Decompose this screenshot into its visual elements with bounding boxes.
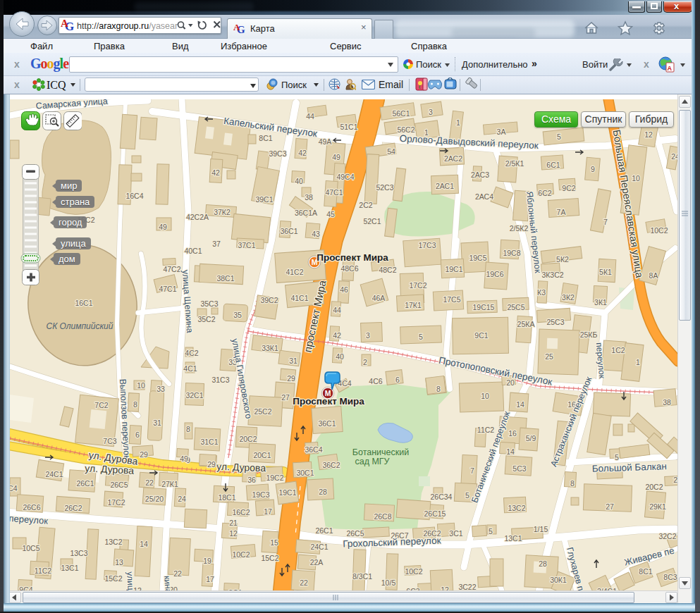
svg-text:4С2: 4С2 — [185, 349, 198, 357]
svg-text:17: 17 — [206, 575, 214, 583]
svg-text:51С1: 51С1 — [340, 123, 357, 131]
svg-text:38: 38 — [305, 193, 313, 202]
svg-text:36: 36 — [247, 476, 256, 484]
svg-text:8/3С1: 8/3С1 — [352, 572, 372, 581]
svg-text:20С1: 20С1 — [253, 451, 271, 459]
svg-text:47С1: 47С1 — [325, 188, 343, 197]
svg-text:13С1: 13С1 — [504, 534, 522, 543]
svg-text:10С5: 10С5 — [22, 544, 39, 552]
svg-text:Проспект Мира: Проспект Мира — [293, 396, 364, 407]
svg-text:19С6: 19С6 — [486, 270, 503, 278]
svg-text:5: 5 — [465, 491, 469, 500]
svg-text:52С1: 52С1 — [363, 217, 381, 225]
svg-text:25КА: 25КА — [517, 320, 535, 328]
svg-text:3К3С2: 3К3С2 — [541, 271, 563, 279]
svg-text:31: 31 — [153, 419, 161, 427]
svg-text:40: 40 — [295, 177, 303, 185]
svg-text:27: 27 — [606, 502, 614, 511]
svg-text:13С2: 13С2 — [104, 538, 122, 546]
svg-text:сад МГУ: сад МГУ — [355, 457, 389, 466]
svg-text:3А: 3А — [497, 128, 506, 136]
svg-text:5С3: 5С3 — [512, 464, 526, 473]
svg-text:24С1: 24С1 — [45, 470, 63, 478]
svg-text:5К1: 5К1 — [599, 268, 612, 276]
svg-text:42С2А: 42С2А — [186, 213, 209, 221]
svg-text:43: 43 — [312, 230, 320, 238]
svg-text:36С1А: 36С1А — [295, 209, 317, 217]
svg-text:49: 49 — [180, 454, 188, 463]
svg-text:19С15: 19С15 — [473, 303, 495, 311]
svg-text:3: 3 — [366, 331, 370, 340]
svg-text:29К1: 29К1 — [649, 502, 666, 511]
svg-text:13С3: 13С3 — [70, 549, 87, 557]
svg-text:21: 21 — [229, 519, 238, 527]
svg-text:12: 12 — [229, 529, 238, 538]
svg-text:40: 40 — [336, 352, 344, 361]
svg-text:9С4: 9С4 — [19, 586, 32, 590]
svg-text:28: 28 — [319, 488, 327, 496]
svg-text:2/5К2: 2/5К2 — [510, 224, 529, 233]
svg-text:25КБ: 25КБ — [580, 330, 598, 339]
svg-text:1: 1 — [636, 358, 640, 366]
svg-text:улица: улица — [125, 571, 136, 590]
svg-text:46А: 46А — [372, 294, 386, 302]
svg-text:6: 6 — [135, 431, 140, 439]
svg-text:16С2: 16С2 — [232, 508, 250, 516]
svg-text:17С2: 17С2 — [107, 498, 125, 507]
svg-text:17С5: 17С5 — [443, 295, 460, 304]
svg-text:22: 22 — [145, 478, 154, 487]
svg-text:2АС2: 2АС2 — [444, 154, 462, 163]
svg-text:35: 35 — [233, 311, 242, 319]
svg-text:4С1: 4С1 — [183, 364, 197, 373]
svg-text:49А: 49А — [319, 137, 332, 146]
svg-text:13С2: 13С2 — [508, 504, 525, 512]
svg-text:31С3: 31С3 — [211, 376, 229, 384]
svg-text:26С5: 26С5 — [110, 481, 128, 489]
svg-text:29: 29 — [140, 450, 148, 459]
svg-text:8: 8 — [570, 479, 575, 488]
svg-text:31: 31 — [289, 357, 297, 365]
svg-text:7С2: 7С2 — [94, 401, 108, 409]
svg-text:19: 19 — [203, 557, 211, 565]
svg-text:25: 25 — [545, 352, 553, 361]
svg-text:10С2: 10С2 — [650, 226, 668, 235]
svg-text:6С2: 6С2 — [538, 189, 551, 197]
svg-text:11С2: 11С2 — [35, 566, 51, 575]
svg-text:32С2: 32С2 — [658, 532, 676, 540]
svg-text:27: 27 — [281, 393, 290, 402]
svg-text:28: 28 — [539, 559, 547, 568]
svg-text:41С2: 41С2 — [285, 268, 303, 276]
svg-text:37К2: 37К2 — [214, 208, 231, 216]
svg-text:6: 6 — [395, 376, 400, 384]
svg-text:39С2: 39С2 — [260, 296, 278, 304]
svg-text:14: 14 — [516, 400, 524, 409]
svg-text:19С2: 19С2 — [266, 473, 283, 482]
svg-text:8А: 8А — [649, 271, 658, 280]
svg-text:2/5К1: 2/5К1 — [505, 159, 524, 168]
svg-text:Ботанический: Ботанический — [352, 447, 409, 457]
svg-text:44: 44 — [306, 112, 314, 120]
svg-text:30С1: 30С1 — [296, 469, 314, 477]
svg-text:1С2: 1С2 — [611, 346, 625, 354]
svg-text:26С34: 26С34 — [431, 493, 453, 501]
svg-text:3С1: 3С1 — [449, 529, 462, 538]
svg-text:39С1: 39С1 — [255, 195, 273, 204]
svg-text:4С6: 4С6 — [369, 377, 382, 385]
svg-text:A: A — [233, 23, 240, 32]
svg-text:8: 8 — [436, 385, 441, 393]
svg-text:15С2: 15С2 — [104, 574, 122, 583]
svg-text:3К2: 3К2 — [562, 293, 575, 302]
svg-text:17К1: 17К1 — [405, 301, 422, 309]
svg-text:25/20: 25/20 — [145, 495, 164, 503]
svg-text:6С1: 6С1 — [546, 161, 560, 169]
svg-text:45: 45 — [326, 210, 335, 218]
svg-text:29: 29 — [287, 374, 295, 383]
svg-text:12: 12 — [644, 130, 653, 139]
svg-text:9С2: 9С2 — [562, 184, 575, 192]
svg-text:12: 12 — [441, 586, 449, 590]
svg-text:37С1: 37С1 — [238, 241, 255, 249]
svg-text:42: 42 — [298, 149, 307, 157]
svg-text:5: 5 — [615, 453, 619, 462]
svg-text:19С5: 19С5 — [469, 254, 486, 262]
svg-text:ул. Дурова: ул. Дурова — [216, 461, 266, 473]
